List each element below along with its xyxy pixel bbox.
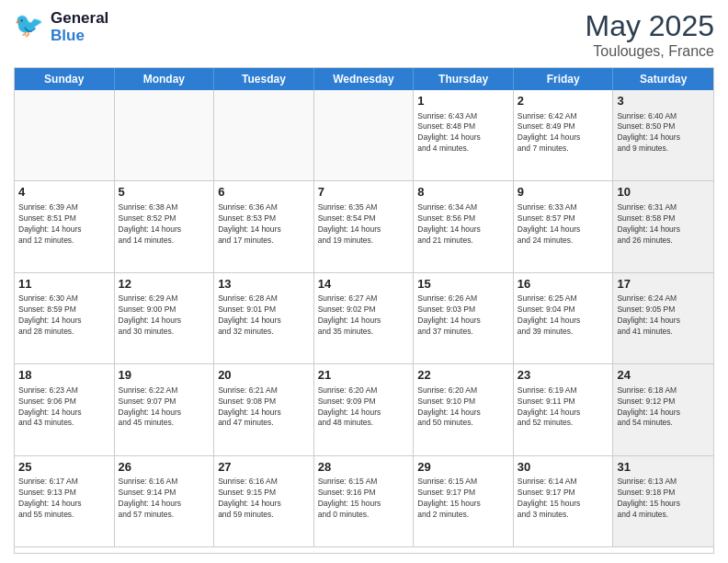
svg-text:🐦: 🐦 xyxy=(14,10,44,40)
day-number: 30 xyxy=(518,459,609,476)
cell-info: Sunrise: 6:22 AM Sunset: 9:07 PM Dayligh… xyxy=(119,385,210,430)
cell-info: Sunrise: 6:40 AM Sunset: 8:50 PM Dayligh… xyxy=(617,111,710,155)
calendar-cell: 26Sunrise: 6:16 AM Sunset: 9:14 PM Dayli… xyxy=(115,456,215,547)
day-number: 4 xyxy=(18,184,110,201)
calendar-cell: 12Sunrise: 6:29 AM Sunset: 9:00 PM Dayli… xyxy=(115,273,215,364)
day-header: Tuesday xyxy=(214,68,314,90)
calendar-cell: 2Sunrise: 6:42 AM Sunset: 8:49 PM Daylig… xyxy=(514,90,614,181)
calendar-cell: 17Sunrise: 6:24 AM Sunset: 9:05 PM Dayli… xyxy=(613,273,713,364)
calendar-cell: 30Sunrise: 6:14 AM Sunset: 9:17 PM Dayli… xyxy=(514,456,614,547)
calendar-cell: 16Sunrise: 6:25 AM Sunset: 9:04 PM Dayli… xyxy=(514,273,614,364)
logo: 🐦 General Blue xyxy=(14,9,108,46)
day-number: 13 xyxy=(218,276,310,293)
cell-info: Sunrise: 6:33 AM Sunset: 8:57 PM Dayligh… xyxy=(518,202,609,247)
calendar-cell: 25Sunrise: 6:17 AM Sunset: 9:13 PM Dayli… xyxy=(15,456,115,547)
day-number: 26 xyxy=(119,459,210,476)
cell-info: Sunrise: 6:38 AM Sunset: 8:52 PM Dayligh… xyxy=(119,202,210,247)
calendar-cell: 6Sunrise: 6:36 AM Sunset: 8:53 PM Daylig… xyxy=(214,181,314,272)
calendar-cell: 5Sunrise: 6:38 AM Sunset: 8:52 PM Daylig… xyxy=(115,181,215,272)
logo-general: General xyxy=(51,10,108,28)
day-number: 25 xyxy=(18,459,110,476)
month-title: May 2025 xyxy=(585,9,714,43)
calendar-cell: 10Sunrise: 6:31 AM Sunset: 8:58 PM Dayli… xyxy=(613,181,713,272)
day-number: 11 xyxy=(18,276,110,293)
day-number: 20 xyxy=(218,367,310,384)
calendar-cell xyxy=(15,90,115,181)
cell-info: Sunrise: 6:13 AM Sunset: 9:18 PM Dayligh… xyxy=(617,477,710,521)
calendar-cell: 7Sunrise: 6:35 AM Sunset: 8:54 PM Daylig… xyxy=(314,181,415,272)
calendar-cell: 20Sunrise: 6:21 AM Sunset: 9:08 PM Dayli… xyxy=(214,364,314,455)
day-number: 7 xyxy=(318,184,410,201)
calendar-cell: 19Sunrise: 6:22 AM Sunset: 9:07 PM Dayli… xyxy=(115,364,215,455)
day-header: Monday xyxy=(115,68,215,90)
calendar-cell: 14Sunrise: 6:27 AM Sunset: 9:02 PM Dayli… xyxy=(314,273,415,364)
day-number: 12 xyxy=(119,276,210,293)
day-number: 18 xyxy=(18,367,110,384)
day-number: 23 xyxy=(518,367,609,384)
cell-info: Sunrise: 6:16 AM Sunset: 9:15 PM Dayligh… xyxy=(218,477,310,521)
calendar-cell: 23Sunrise: 6:19 AM Sunset: 9:11 PM Dayli… xyxy=(514,364,614,455)
day-header: Wednesday xyxy=(314,68,415,90)
calendar-cell xyxy=(214,90,314,181)
day-number: 15 xyxy=(417,276,509,293)
calendar-cell: 4Sunrise: 6:39 AM Sunset: 8:51 PM Daylig… xyxy=(15,181,115,272)
title-area: May 2025 Toulouges, France xyxy=(585,9,714,60)
day-number: 2 xyxy=(518,93,609,109)
day-number: 3 xyxy=(617,93,710,109)
calendar-cell: 28Sunrise: 6:15 AM Sunset: 9:16 PM Dayli… xyxy=(314,456,415,547)
calendar-cell: 1Sunrise: 6:43 AM Sunset: 8:48 PM Daylig… xyxy=(414,90,514,181)
calendar-cell xyxy=(314,90,415,181)
cell-info: Sunrise: 6:16 AM Sunset: 9:14 PM Dayligh… xyxy=(119,477,210,521)
logo-text: General Blue xyxy=(51,10,108,44)
cell-info: Sunrise: 6:23 AM Sunset: 9:06 PM Dayligh… xyxy=(18,385,110,430)
day-number: 29 xyxy=(417,459,509,476)
cell-info: Sunrise: 6:27 AM Sunset: 9:02 PM Dayligh… xyxy=(318,293,410,338)
cell-info: Sunrise: 6:18 AM Sunset: 9:12 PM Dayligh… xyxy=(617,385,710,430)
day-number: 16 xyxy=(518,276,609,293)
day-number: 9 xyxy=(518,184,609,201)
day-number: 14 xyxy=(318,276,410,293)
calendar-cell: 21Sunrise: 6:20 AM Sunset: 9:09 PM Dayli… xyxy=(314,364,415,455)
day-header: Sunday xyxy=(15,68,115,90)
day-headers: SundayMondayTuesdayWednesdayThursdayFrid… xyxy=(15,68,713,90)
cell-info: Sunrise: 6:43 AM Sunset: 8:48 PM Dayligh… xyxy=(417,111,509,155)
cell-info: Sunrise: 6:15 AM Sunset: 9:17 PM Dayligh… xyxy=(417,477,509,521)
calendar-cell: 9Sunrise: 6:33 AM Sunset: 8:57 PM Daylig… xyxy=(514,181,614,272)
cell-info: Sunrise: 6:14 AM Sunset: 9:17 PM Dayligh… xyxy=(518,477,609,521)
calendar-cell: 3Sunrise: 6:40 AM Sunset: 8:50 PM Daylig… xyxy=(613,90,713,181)
day-number: 31 xyxy=(617,459,710,476)
cell-info: Sunrise: 6:31 AM Sunset: 8:58 PM Dayligh… xyxy=(617,202,710,247)
calendar-cell: 22Sunrise: 6:20 AM Sunset: 9:10 PM Dayli… xyxy=(414,364,514,455)
cell-info: Sunrise: 6:20 AM Sunset: 9:09 PM Dayligh… xyxy=(318,385,410,430)
page: 🐦 General Blue May 2025 Toulouges, Franc… xyxy=(0,0,728,563)
calendar-cell: 27Sunrise: 6:16 AM Sunset: 9:15 PM Dayli… xyxy=(214,456,314,547)
day-number: 1 xyxy=(417,93,509,109)
cell-info: Sunrise: 6:35 AM Sunset: 8:54 PM Dayligh… xyxy=(318,202,410,247)
day-number: 17 xyxy=(617,276,710,293)
cell-info: Sunrise: 6:30 AM Sunset: 8:59 PM Dayligh… xyxy=(18,293,110,338)
calendar: SundayMondayTuesdayWednesdayThursdayFrid… xyxy=(14,67,714,554)
cell-info: Sunrise: 6:28 AM Sunset: 9:01 PM Dayligh… xyxy=(218,293,310,338)
cell-info: Sunrise: 6:26 AM Sunset: 9:03 PM Dayligh… xyxy=(417,293,509,338)
calendar-cell: 29Sunrise: 6:15 AM Sunset: 9:17 PM Dayli… xyxy=(414,456,514,547)
calendar-cell: 18Sunrise: 6:23 AM Sunset: 9:06 PM Dayli… xyxy=(15,364,115,455)
day-number: 10 xyxy=(617,184,710,201)
cell-info: Sunrise: 6:20 AM Sunset: 9:10 PM Dayligh… xyxy=(417,385,509,430)
day-header: Friday xyxy=(514,68,614,90)
cell-info: Sunrise: 6:17 AM Sunset: 9:13 PM Dayligh… xyxy=(18,477,110,521)
calendar-cell: 31Sunrise: 6:13 AM Sunset: 9:18 PM Dayli… xyxy=(613,456,713,547)
day-number: 22 xyxy=(417,367,509,384)
day-number: 6 xyxy=(218,184,310,201)
day-number: 28 xyxy=(318,459,410,476)
cell-info: Sunrise: 6:36 AM Sunset: 8:53 PM Dayligh… xyxy=(218,202,310,247)
calendar-cell xyxy=(115,90,215,181)
calendar-cell: 15Sunrise: 6:26 AM Sunset: 9:03 PM Dayli… xyxy=(414,273,514,364)
calendar-grid: 1Sunrise: 6:43 AM Sunset: 8:48 PM Daylig… xyxy=(15,90,713,547)
cell-info: Sunrise: 6:15 AM Sunset: 9:16 PM Dayligh… xyxy=(318,477,410,521)
day-number: 19 xyxy=(119,367,210,384)
day-number: 5 xyxy=(119,184,210,201)
day-number: 21 xyxy=(318,367,410,384)
calendar-cell: 8Sunrise: 6:34 AM Sunset: 8:56 PM Daylig… xyxy=(414,181,514,272)
header: 🐦 General Blue May 2025 Toulouges, Franc… xyxy=(14,9,714,60)
day-number: 8 xyxy=(417,184,509,201)
